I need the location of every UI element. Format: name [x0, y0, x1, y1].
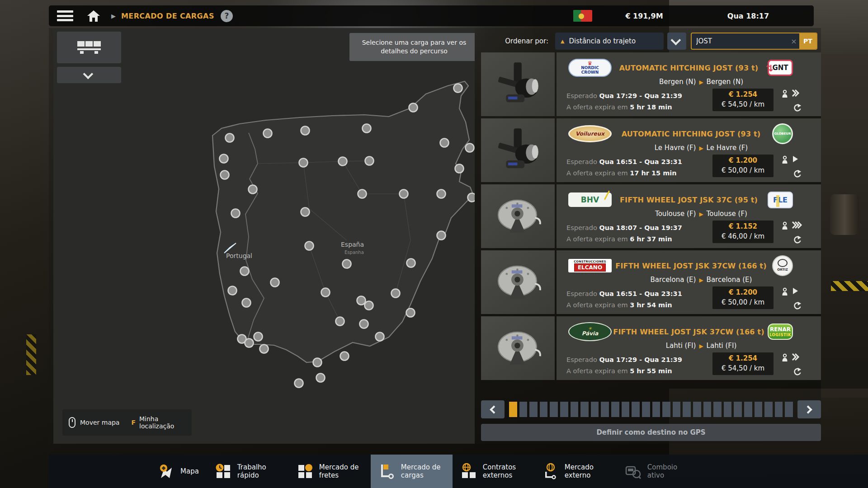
- expires-label: A oferta expira em: [566, 367, 628, 375]
- page-tick[interactable]: [571, 402, 579, 417]
- page-tick[interactable]: [755, 402, 763, 417]
- page-tick[interactable]: [713, 402, 722, 417]
- expires-in: 5 hr 55 min: [630, 367, 672, 375]
- page-tick[interactable]: [724, 402, 732, 417]
- tab-mapa[interactable]: Mapa: [149, 455, 207, 488]
- trailer-view-button[interactable]: [57, 32, 121, 63]
- page-tick[interactable]: [662, 402, 670, 417]
- help-icon[interactable]: ?: [221, 10, 233, 22]
- speed-class-icon: [792, 221, 804, 231]
- page-tick[interactable]: [632, 402, 640, 417]
- cargo-offer-row[interactable]: BHV FIFTH WHEEL JOST JSK 37C (95 t) FLE …: [481, 184, 821, 248]
- page-tick[interactable]: [693, 402, 701, 417]
- cargo-offer-row[interactable]: Voilureux AUTOMATIC HITCHING JOST (93 t)…: [481, 118, 821, 182]
- page-tick[interactable]: [642, 402, 650, 417]
- country-label-portugal: Portugal: [226, 252, 252, 259]
- tab-mercado-de-fretes[interactable]: Mercado de fretes: [289, 455, 371, 488]
- page-tick[interactable]: [611, 402, 619, 417]
- company-logo-text: Voilureux: [576, 131, 604, 137]
- price-box: € 1.200 € 50,00 / km: [712, 155, 774, 177]
- page-tick[interactable]: [652, 402, 660, 417]
- previous-page-button[interactable]: [481, 400, 505, 418]
- freight-market-icon: [297, 463, 313, 479]
- search-input[interactable]: [692, 33, 788, 49]
- heavy-cargo-icon: [781, 155, 789, 166]
- fifth-wheel-cargo-image: [489, 324, 547, 373]
- menu-icon[interactable]: [57, 10, 73, 21]
- page-tick[interactable]: [622, 402, 630, 417]
- language-button[interactable]: PT: [799, 33, 816, 49]
- u-turn-icon: [793, 367, 802, 378]
- route: Le Havre (F)▶Le Havre (F): [611, 144, 792, 152]
- chevron-down-icon: [83, 69, 94, 80]
- quick-job-icon: [215, 463, 231, 479]
- page-tick[interactable]: [764, 402, 773, 417]
- page-tick[interactable]: [785, 402, 793, 417]
- cargo-attribute-icons: [781, 352, 821, 378]
- hazard-stripe: [831, 281, 868, 291]
- next-page-button[interactable]: [797, 400, 821, 418]
- set-gps-destination-button[interactable]: Definir como destino no GPS: [481, 424, 821, 441]
- page-tick[interactable]: [540, 402, 548, 417]
- speed-class-icon: [792, 286, 799, 297]
- cargo-offer-row[interactable]: CONSTRUCCIONES ELCANO FIFTH WHEEL JOST J…: [481, 250, 821, 314]
- cargo-list: ♛ NORDIC CROWN AUTOMATIC HITCHING JOST (…: [481, 52, 821, 382]
- route-from: Bergen (N): [659, 78, 696, 86]
- destination-logo: GNT: [768, 60, 793, 76]
- route: Lahti (FI)▶Lahti (FI): [611, 342, 792, 350]
- speed-class-icon: [792, 352, 802, 363]
- price-total: € 1.254: [729, 354, 757, 364]
- expires-label: A oferta expira em: [566, 103, 628, 111]
- page-tick[interactable]: [683, 402, 691, 417]
- company-logo: Voilureux: [568, 125, 612, 142]
- cargo-detail: CONSTRUCCIONES ELCANO FIFTH WHEEL JOST J…: [557, 250, 821, 314]
- tab-trabalho-rapido[interactable]: Trabalho rápido: [207, 455, 289, 488]
- page-tick[interactable]: [560, 402, 568, 417]
- sort-value: Distância do trajeto: [569, 37, 636, 45]
- sort-expand-button[interactable]: [667, 33, 686, 50]
- page-tick[interactable]: [673, 402, 681, 417]
- tab-comboio-ativo[interactable]: Comboio ativo: [616, 455, 699, 488]
- page-tick[interactable]: [519, 402, 528, 417]
- tab-mercado-externo[interactable]: Mercado externo: [534, 455, 616, 488]
- page-tick[interactable]: [601, 402, 609, 417]
- cargo-offer-row[interactable]: ✳ Pávia FIFTH WHEEL JOST JSK 37CW (166 t…: [481, 316, 821, 380]
- tab-contratos-externos[interactable]: Contratos externos: [453, 455, 534, 488]
- tab-mercado-de-cargas[interactable]: Mercado de cargas: [371, 455, 453, 488]
- page-tick[interactable]: [550, 402, 558, 417]
- cargo-attribute-icons: [781, 155, 821, 180]
- expires-in: 5 hr 18 min: [630, 103, 672, 111]
- price-total: € 1.152: [729, 222, 757, 232]
- page-tick[interactable]: [703, 402, 712, 417]
- bottom-nav: Mapa Trabalho rápido Mercado de fretes: [49, 455, 868, 488]
- route-to: Bergen (N): [707, 78, 743, 86]
- route-arrow-icon: ▶: [696, 79, 706, 85]
- expected-window: Qua 18:07 - Qua 19:37: [599, 224, 682, 231]
- price-total: € 1.200: [729, 288, 757, 298]
- page-tick[interactable]: [591, 402, 599, 417]
- home-icon[interactable]: [86, 9, 101, 23]
- cargo-title: AUTOMATIC HITCHING JOST (93 t): [612, 130, 772, 138]
- collapse-map-button[interactable]: [57, 67, 121, 83]
- price-total: € 1.200: [729, 156, 757, 166]
- sort-dropdown[interactable]: ▲ Distância do trajeto: [555, 33, 664, 50]
- fifth-wheel-cargo-image: [489, 192, 547, 241]
- cargo-image: [481, 184, 555, 248]
- route: Barcelona (E)▶Barcelona (E): [611, 276, 792, 284]
- page-tick[interactable]: [734, 402, 742, 417]
- expected-label: Esperado: [566, 158, 597, 165]
- destination-logo: ORTIZ: [772, 255, 793, 276]
- sort-ascending-icon: ▲: [561, 38, 564, 44]
- cargo-image: [481, 316, 555, 380]
- u-turn-icon: [793, 103, 802, 114]
- page-tick[interactable]: [580, 402, 589, 417]
- page-tick[interactable]: [509, 402, 517, 417]
- destination-logo-text: GNT: [772, 64, 788, 72]
- page-tick[interactable]: [529, 402, 538, 417]
- trailer-icon: [75, 38, 103, 56]
- map-area[interactable]: Portugal España Espanha Mover mapa F Min…: [53, 28, 475, 444]
- clear-search-icon[interactable]: ×: [788, 33, 799, 49]
- cargo-offer-row[interactable]: ♛ NORDIC CROWN AUTOMATIC HITCHING JOST (…: [481, 52, 821, 116]
- page-tick[interactable]: [775, 402, 783, 417]
- page-tick[interactable]: [744, 402, 752, 417]
